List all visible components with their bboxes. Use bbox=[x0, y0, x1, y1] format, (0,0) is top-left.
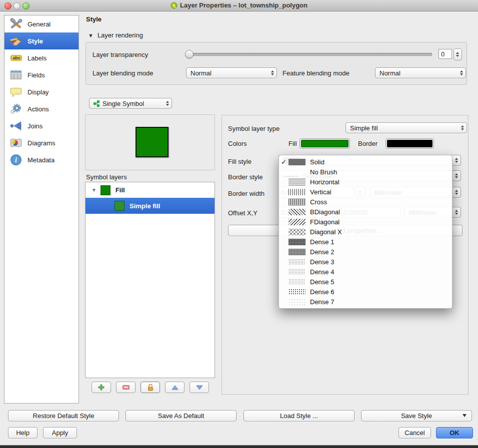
dense2-pattern-swatch-icon bbox=[288, 249, 306, 255]
sidebar-item-joins[interactable]: Joins bbox=[4, 117, 78, 134]
check-icon: ✓ bbox=[281, 158, 288, 166]
menu-item-dense-6[interactable]: Dense 6 bbox=[279, 287, 452, 297]
single-symbol-icon bbox=[94, 100, 100, 107]
map-pie-chart-icon bbox=[9, 136, 23, 150]
lock-color-button[interactable] bbox=[140, 382, 160, 393]
menu-item-dense-4[interactable]: Dense 4 bbox=[279, 267, 452, 277]
renderer-select[interactable]: Single Symbol bbox=[89, 98, 172, 109]
menu-item-dense-5[interactable]: Dense 5 bbox=[279, 277, 452, 287]
move-layer-down-button[interactable] bbox=[190, 382, 209, 393]
sidebar-item-label: Joins bbox=[28, 122, 42, 130]
ok-button[interactable]: OK bbox=[436, 427, 473, 439]
menu-item-label: Vertical bbox=[310, 188, 332, 196]
menu-item-no-brush[interactable]: No Brush bbox=[279, 167, 452, 177]
fill-style-label: Fill style bbox=[228, 158, 252, 165]
table-icon bbox=[9, 68, 23, 82]
feature-blending-mode-select[interactable]: Normal bbox=[375, 67, 466, 78]
combo-arrows-icon bbox=[166, 101, 169, 106]
sidebar-item-style[interactable]: Style bbox=[4, 32, 78, 49]
dense7-pattern-swatch-icon bbox=[288, 299, 306, 305]
menu-item-dense-3[interactable]: Dense 3 bbox=[279, 257, 452, 267]
menu-item-diagonal-x[interactable]: Diagonal X bbox=[279, 227, 452, 237]
sidebar-item-general[interactable]: General bbox=[4, 15, 78, 32]
tree-item-fill[interactable]: ▼ Fill bbox=[86, 182, 214, 198]
horizontal-pattern-swatch-icon bbox=[288, 179, 306, 185]
expand-triangle-icon[interactable]: ▼ bbox=[92, 187, 96, 193]
combo-arrows-icon bbox=[460, 70, 463, 75]
combo-arrows-icon bbox=[455, 190, 458, 195]
diagx-pattern-swatch-icon bbox=[288, 229, 306, 235]
menu-item-horizontal[interactable]: Horizontal bbox=[279, 177, 452, 187]
menu-item-fdiagonal[interactable]: FDiagonal bbox=[279, 217, 452, 227]
menu-item-label: Dense 1 bbox=[310, 238, 334, 246]
save-style-button[interactable]: Save Style bbox=[361, 410, 472, 422]
transparency-slider-track[interactable] bbox=[188, 53, 432, 56]
restore-default-style-button[interactable]: Restore Default Style bbox=[8, 410, 119, 422]
sidebar-item-display[interactable]: Display bbox=[4, 83, 78, 100]
window-bottom-edge bbox=[0, 445, 478, 448]
vertical-pattern-swatch-icon bbox=[288, 189, 306, 195]
minus-icon bbox=[122, 385, 130, 390]
page-title: Style bbox=[86, 15, 102, 23]
remove-symbol-layer-button[interactable] bbox=[116, 382, 136, 393]
abc-label-icon: abc bbox=[9, 51, 23, 65]
layer-rendering-section-header[interactable]: ▼Layer rendering bbox=[88, 31, 143, 39]
combo-arrows-icon bbox=[461, 125, 464, 130]
sidebar-item-label: Display bbox=[28, 88, 49, 96]
menu-item-solid[interactable]: ✓Solid bbox=[279, 157, 452, 167]
symbol-preview-swatch bbox=[136, 127, 168, 157]
sidebar-item-label: Style bbox=[28, 37, 43, 45]
menu-item-label: Dense 3 bbox=[310, 258, 334, 266]
menu-item-label: Dense 6 bbox=[310, 288, 334, 296]
add-symbol-layer-button[interactable] bbox=[92, 382, 111, 393]
sidebar-item-diagrams[interactable]: Diagrams bbox=[4, 134, 78, 151]
dense4-pattern-swatch-icon bbox=[288, 269, 306, 275]
save-as-default-button[interactable]: Save As Default bbox=[126, 410, 236, 422]
symbol-preview-panel bbox=[85, 114, 215, 170]
load-style-button[interactable]: Load Style ... bbox=[244, 410, 354, 422]
stepper-arrows-icon bbox=[456, 52, 459, 57]
combo-arrows-icon bbox=[455, 173, 458, 178]
sidebar-item-metadata[interactable]: i Metadata bbox=[4, 151, 78, 168]
layer-rendering-panel bbox=[86, 42, 467, 85]
menu-item-bdiagonal[interactable]: BDiagonal bbox=[279, 207, 452, 217]
symbol-layer-type-select[interactable]: Simple fill bbox=[346, 122, 467, 133]
tree-item-simple-fill[interactable]: Simple fill bbox=[86, 198, 214, 214]
dense3-pattern-swatch-icon bbox=[288, 259, 306, 265]
sidebar-item-fields[interactable]: Fields bbox=[4, 66, 78, 83]
combo-arrows-icon bbox=[455, 210, 458, 215]
help-button[interactable]: Help bbox=[8, 427, 38, 439]
transparency-value-field[interactable]: 0 bbox=[438, 49, 452, 59]
plus-icon bbox=[98, 384, 104, 391]
sidebar-item-actions[interactable]: Actions bbox=[4, 100, 78, 117]
menu-item-label: Diagonal X bbox=[310, 228, 342, 236]
fdiag-pattern-swatch-icon bbox=[288, 219, 306, 225]
none-pattern-swatch-icon bbox=[288, 169, 306, 175]
menu-item-vertical[interactable]: Vertical bbox=[279, 187, 452, 197]
menu-item-dense-7[interactable]: Dense 7 bbox=[279, 297, 452, 307]
cancel-button[interactable]: Cancel bbox=[398, 427, 431, 439]
fill-color-button[interactable] bbox=[300, 138, 350, 149]
dropdown-triangle-icon bbox=[462, 414, 466, 417]
menu-item-label: No Brush bbox=[310, 168, 337, 176]
menu-item-dense-2[interactable]: Dense 2 bbox=[279, 247, 452, 257]
apply-button[interactable]: Apply bbox=[43, 427, 77, 439]
fill-color-chip bbox=[301, 140, 348, 147]
border-color-button[interactable] bbox=[386, 138, 434, 149]
layer-blending-mode-select[interactable]: Normal bbox=[186, 67, 277, 78]
transparency-stepper[interactable] bbox=[454, 48, 462, 60]
speech-bubble-icon bbox=[9, 85, 23, 99]
menu-item-label: Horizontal bbox=[310, 178, 340, 186]
fill-color-label: Fill bbox=[288, 140, 297, 147]
fill-swatch-icon bbox=[100, 185, 110, 195]
move-layer-up-button[interactable] bbox=[165, 382, 184, 393]
menu-item-dense-1[interactable]: Dense 1 bbox=[279, 237, 452, 247]
down-triangle-icon bbox=[196, 385, 203, 390]
transparency-slider-handle[interactable] bbox=[185, 50, 194, 58]
sidebar-item-labels[interactable]: abc Labels bbox=[4, 49, 78, 66]
tree-item-label: Fill bbox=[116, 186, 125, 194]
dense1-pattern-swatch-icon bbox=[288, 239, 306, 245]
cross-pattern-swatch-icon bbox=[288, 199, 306, 205]
join-arrow-icon bbox=[9, 119, 23, 133]
menu-item-cross[interactable]: Cross bbox=[279, 197, 452, 207]
